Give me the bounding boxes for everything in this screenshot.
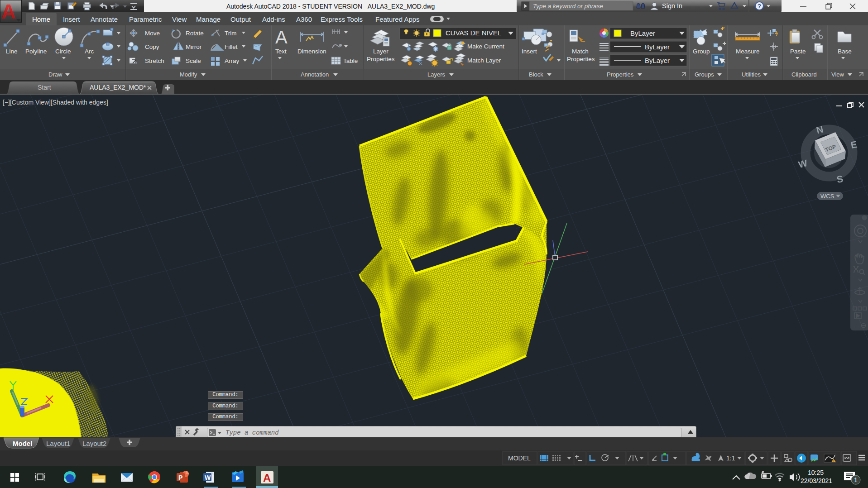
svg-text:22/03/2021: 22/03/2021 — [801, 477, 832, 484]
svg-text:Paste: Paste — [790, 48, 806, 55]
svg-text:Rotate: Rotate — [186, 30, 204, 37]
svg-text:Properties: Properties — [367, 56, 395, 62]
svg-text:Model: Model — [13, 440, 32, 447]
svg-text:Mirror: Mirror — [186, 43, 202, 50]
svg-text:Arc: Arc — [85, 48, 94, 55]
svg-text:Circle: Circle — [55, 48, 71, 55]
svg-text:A: A — [263, 472, 271, 484]
svg-text:Annotation: Annotation — [301, 71, 329, 78]
svg-text:Modify: Modify — [180, 71, 197, 78]
svg-text:MODEL: MODEL — [508, 455, 531, 462]
svg-text:Insert: Insert — [522, 48, 537, 55]
svg-text:Make Current: Make Current — [467, 43, 504, 50]
svg-text:Match Layer: Match Layer — [467, 57, 501, 64]
svg-text:Text: Text — [275, 48, 287, 55]
svg-text:Type a keyword or phrase: Type a keyword or phrase — [533, 3, 603, 10]
svg-text:Draw: Draw — [48, 71, 62, 78]
svg-text:Match: Match — [572, 48, 589, 55]
svg-text:Layout1: Layout1 — [46, 440, 70, 447]
svg-text:AULA3_EX2_MOD*: AULA3_EX2_MOD* — [90, 84, 146, 91]
svg-text:Properties: Properties — [567, 56, 595, 62]
svg-text:View: View — [831, 71, 844, 78]
svg-text:Sign In: Sign In — [662, 2, 682, 10]
svg-text:Line: Line — [6, 48, 18, 55]
svg-text:Group: Group — [693, 48, 710, 55]
svg-text:W: W — [205, 474, 211, 481]
svg-text:?: ? — [758, 3, 761, 10]
svg-text:Properties: Properties — [607, 71, 634, 78]
svg-text:Array: Array — [225, 57, 240, 64]
svg-text:A: A — [1, 0, 16, 23]
svg-text:A: A — [275, 27, 288, 47]
svg-text:10:25: 10:25 — [808, 469, 824, 476]
svg-text:Layer: Layer — [373, 48, 388, 55]
svg-text:Dimension: Dimension — [297, 48, 326, 55]
svg-text:ByLayer: ByLayer — [645, 57, 670, 64]
svg-text:Start: Start — [38, 84, 51, 91]
svg-text:Block: Block — [529, 71, 543, 78]
svg-text:Stretch: Stretch — [145, 57, 164, 64]
svg-text:Layout2: Layout2 — [82, 440, 106, 447]
svg-text:CUVAS DE NIVEL: CUVAS DE NIVEL — [446, 29, 501, 37]
svg-text:Fillet: Fillet — [225, 43, 238, 50]
svg-text:Scale: Scale — [186, 57, 201, 64]
svg-text:Type a command: Type a command — [225, 429, 279, 436]
svg-text:Groups: Groups — [695, 71, 714, 78]
svg-text:Layers: Layers — [427, 71, 446, 78]
svg-text:1:1: 1:1 — [726, 455, 735, 462]
svg-text:Trim: Trim — [225, 30, 237, 37]
svg-text:Utilities: Utilities — [742, 71, 761, 78]
svg-text:Measure: Measure — [736, 48, 760, 55]
svg-text:1: 1 — [854, 476, 858, 483]
svg-text:WCS: WCS — [820, 193, 834, 200]
svg-text:Clipboard: Clipboard — [791, 71, 817, 78]
svg-text:P: P — [178, 474, 182, 481]
svg-text:ByLayer: ByLayer — [630, 29, 655, 37]
svg-text:!: ! — [833, 459, 834, 462]
svg-text:Table: Table — [343, 57, 358, 64]
svg-text:Base: Base — [838, 48, 852, 55]
svg-text:ByLayer: ByLayer — [645, 43, 670, 51]
svg-text:Move: Move — [145, 30, 160, 37]
svg-text:Polyline: Polyline — [25, 48, 47, 55]
svg-text:Copy: Copy — [145, 43, 159, 50]
